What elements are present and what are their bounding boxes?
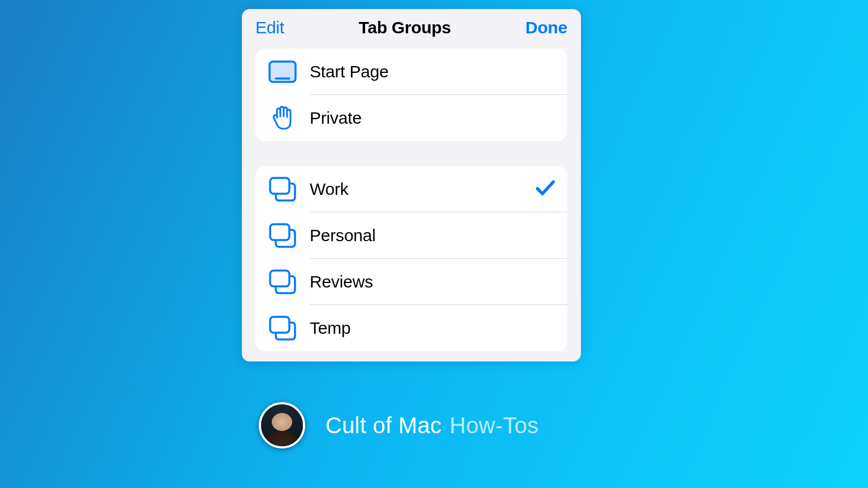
footer-text: Cult of Mac How-Tos — [326, 413, 539, 438]
avatar — [259, 402, 305, 448]
user-tab-groups: Work Personal — [255, 166, 567, 351]
hand-icon — [267, 105, 298, 131]
nav-bar: Edit Tab Groups Done — [242, 9, 581, 49]
private-row[interactable]: Private — [255, 95, 567, 141]
tab-group-label: Temp — [310, 319, 555, 338]
svg-rect-5 — [270, 317, 289, 333]
tab-group-work[interactable]: Work — [255, 166, 567, 212]
brand-name: Cult of Mac — [326, 413, 442, 438]
done-button[interactable]: Done — [526, 18, 567, 37]
avatar-image — [261, 404, 303, 446]
svg-rect-3 — [270, 224, 289, 240]
tab-group-temp[interactable]: Temp — [255, 305, 567, 351]
start-page-icon — [267, 60, 298, 83]
checkmark-icon — [536, 180, 555, 199]
private-label: Private — [310, 108, 555, 128]
tab-group-label: Work — [310, 180, 536, 199]
tab-group-personal[interactable]: Personal — [255, 212, 567, 259]
start-page-label: Start Page — [310, 62, 555, 81]
tabs-icon — [267, 269, 298, 294]
section-name: How-Tos — [450, 413, 539, 438]
tab-group-label: Personal — [310, 226, 555, 245]
start-page-row[interactable]: Start Page — [255, 49, 567, 95]
tabs-icon — [267, 177, 298, 202]
svg-rect-4 — [270, 271, 289, 286]
svg-rect-2 — [270, 178, 289, 194]
tab-group-reviews[interactable]: Reviews — [255, 259, 567, 305]
default-tabs-group: Start Page Private — [255, 49, 567, 141]
tabs-icon — [267, 316, 298, 341]
edit-button[interactable]: Edit — [255, 18, 284, 37]
nav-title: Tab Groups — [359, 18, 451, 37]
branding-footer: Cult of Mac How-Tos — [259, 402, 539, 448]
tab-groups-panel: Edit Tab Groups Done Start Page Private — [242, 9, 581, 361]
tab-group-label: Reviews — [310, 272, 555, 291]
tabs-icon — [267, 223, 298, 248]
